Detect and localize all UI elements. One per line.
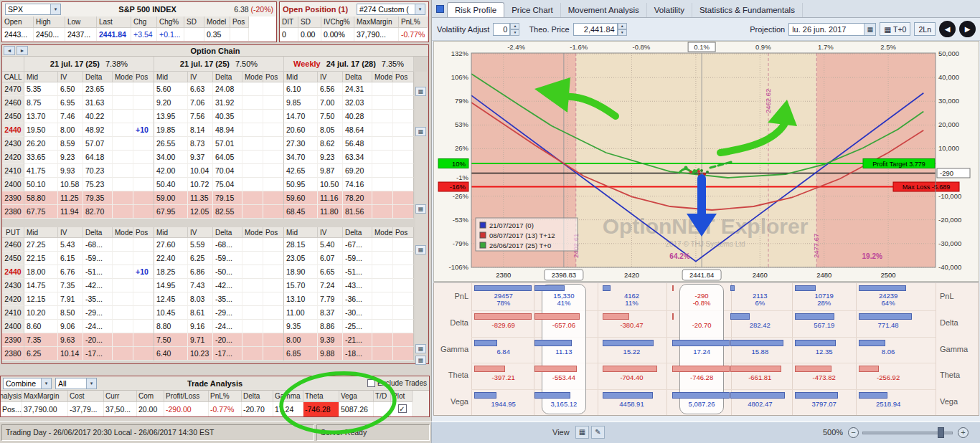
chain-cell[interactable] [113,205,133,219]
chain-cell[interactable] [113,178,133,191]
grid-icon-button[interactable]: ▦ [415,127,426,136]
strike-cell[interactable]: 2440 [2,265,24,279]
chain-cell[interactable]: 9.37 [188,151,213,164]
chain-cell[interactable] [372,347,393,361]
chain-cell[interactable]: 6.85 [284,347,318,361]
chain-cell[interactable] [372,252,393,265]
volatility-adjust-spinner[interactable]: 0 ▲▼ [493,23,519,36]
chain-cell[interactable]: -51... [83,265,113,279]
strike-cell[interactable]: 2430 [2,279,24,292]
chain-cell[interactable]: 31.92 [213,96,242,110]
chain-cell[interactable]: 12.45 [154,292,188,306]
chain-cell[interactable]: 9.85 [284,96,318,110]
combine-selector[interactable]: Combine ▾ [3,378,52,389]
symbol-selector[interactable]: SPX ▾ [5,4,61,15]
chain-cell[interactable]: 8.59 [58,137,83,151]
chain-cell[interactable]: 42.65 [284,164,318,178]
chain-cell[interactable]: 40.28 [343,110,372,123]
layout-grid-icon[interactable]: ▦ [575,426,589,439]
chain-cell[interactable] [113,123,133,137]
chain-cell[interactable]: -17... [83,347,113,361]
chain-cell[interactable] [113,82,133,96]
chain-cell[interactable]: 26.20 [24,137,58,151]
chain-cell[interactable] [113,320,133,333]
strike-cell[interactable]: 2450 [2,110,24,123]
chain-cell[interactable]: -25... [343,320,372,333]
chain-cell[interactable]: 5.40 [318,238,343,252]
chain-cell[interactable]: 50.10 [24,178,58,191]
chain-cell[interactable]: 7.79 [318,292,343,306]
chain-cell[interactable]: +10 [133,123,154,137]
chain-cell[interactable]: 13.95 [154,110,188,123]
chain-cell[interactable]: -29... [83,306,113,320]
chain-cell[interactable] [372,333,393,347]
chain-cell[interactable] [372,292,393,306]
chain-cell[interactable]: 5.43 [58,238,83,252]
chain-cell[interactable]: 26.55 [154,137,188,151]
chain-cell[interactable] [242,82,263,96]
chain-cell[interactable]: 8.03 [188,292,213,306]
chain-cell[interactable] [133,252,154,265]
chain-cell[interactable]: 24.31 [343,82,372,96]
chain-cell[interactable] [133,238,154,252]
chain-cell[interactable]: 9.87 [318,164,343,178]
strike-cell[interactable]: 2430 [2,137,24,151]
grid-icon-button[interactable]: ▦ [415,344,426,353]
chain-cell[interactable]: 11.00 [284,306,318,320]
chain-cell[interactable]: 6.25 [188,252,213,265]
spin-down-icon[interactable]: ▼ [618,29,627,36]
chain-cell[interactable]: -42... [83,279,113,292]
chain-cell[interactable] [113,292,133,306]
chevron-down-icon[interactable]: ▾ [86,378,96,389]
chain-cell[interactable]: -20... [213,333,242,347]
chain-cell[interactable] [372,265,393,279]
chain-cell[interactable]: 14.95 [154,279,188,292]
chain-cell[interactable] [372,82,393,96]
chain-cell[interactable] [133,306,154,320]
zoom-in-icon[interactable]: + [958,427,969,438]
chain-cell[interactable]: -18... [343,347,372,361]
chain-cell[interactable] [242,191,263,205]
chain-cell[interactable]: -42... [213,279,242,292]
chain-next-icon[interactable]: ► [17,46,28,55]
strike-cell[interactable]: 2470 [2,82,24,96]
strike-cell[interactable]: 2450 [2,252,24,265]
grid-icon-button[interactable]: ▦ [415,204,426,214]
chain-cell[interactable] [393,306,414,320]
chain-cell[interactable] [242,265,263,279]
chain-cell[interactable]: -68... [213,238,242,252]
two-lines-button[interactable]: 2Ln [914,22,936,36]
chain-cell[interactable] [393,279,414,292]
chain-cell[interactable] [393,320,414,333]
chain-cell[interactable] [372,279,393,292]
chain-cell[interactable] [113,96,133,110]
chain-cell[interactable]: 63.34 [343,151,372,164]
chain-cell[interactable] [242,292,263,306]
chain-cell[interactable] [113,306,133,320]
chain-cell[interactable]: 6.76 [58,265,83,279]
chain-cell[interactable] [242,347,263,361]
chain-cell[interactable]: 82.70 [83,205,113,219]
expiry-header[interactable]: 21 jul. 17 (25)7.50% [154,57,284,72]
chain-cell[interactable]: -59... [83,252,113,265]
chain-cell[interactable] [263,178,284,191]
strike-cell[interactable]: 2390 [2,191,24,205]
grid-icon-button[interactable]: ▦ [415,356,426,365]
chain-cell[interactable]: 6.07 [318,252,343,265]
chain-cell[interactable]: 6.63 [188,82,213,96]
chevron-down-icon[interactable]: ▾ [50,4,60,14]
chain-cell[interactable]: 78.20 [343,191,372,205]
chain-cell[interactable]: 34.00 [154,151,188,164]
chain-cell[interactable] [113,265,133,279]
chain-cell[interactable] [393,96,414,110]
chain-cell[interactable]: 8.00 [58,123,83,137]
chain-cell[interactable] [263,238,284,252]
chain-cell[interactable] [263,333,284,347]
chain-cell[interactable]: 9.16 [188,320,213,333]
strike-cell[interactable]: 2420 [2,292,24,306]
chain-cell[interactable] [372,137,393,151]
chain-cell[interactable] [263,96,284,110]
step-back-button[interactable]: ◀ [939,21,956,37]
edit-layout-icon[interactable]: ✎ [591,426,605,439]
chain-cell[interactable] [242,96,263,110]
